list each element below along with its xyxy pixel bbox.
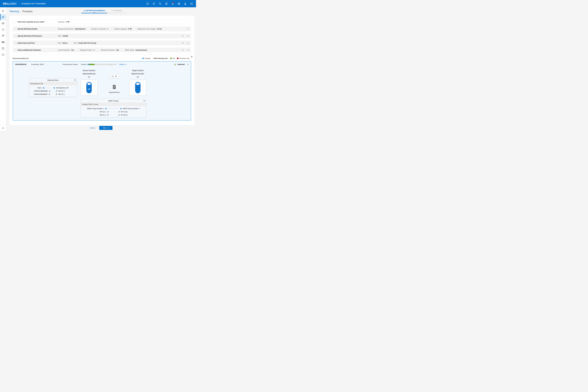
system-id: 000220200145 <box>15 64 26 65</box>
srdf-link-row: OR-1C:1 RF-1H:11 <box>81 111 146 113</box>
recommended-heading: Recommended (2) <box>13 57 28 60</box>
perf-bar-planned <box>89 64 94 65</box>
details-link[interactable]: Details <box>119 64 127 65</box>
selected-label: Selected <box>178 64 184 65</box>
step-row-workload-details[interactable]: Specify Workload Details Storage Group N… <box>13 26 191 31</box>
search-icon[interactable] <box>159 2 162 5</box>
content-panel: How much capacity do you need? Capacity:… <box>10 16 194 125</box>
collapse-srdf-groups-icon[interactable] <box>143 100 145 102</box>
svg-text:?: ? <box>191 3 192 4</box>
sidebar-item-system[interactable] <box>0 39 6 45</box>
link-chain-icon <box>118 114 120 116</box>
target-system-id: 000297321567 <box>125 73 151 75</box>
masking-topology-row: Host 1 Development_PG <box>29 87 77 89</box>
arrow-right-icon <box>115 76 117 77</box>
step-row-host-ports[interactable]: Select Host and Ports Host:Host 1 Port:C… <box>13 40 191 45</box>
help-icon[interactable]: ? <box>190 2 193 5</box>
target-volume-cylinder-icon <box>135 82 141 94</box>
sidebar-item-home[interactable] <box>0 8 6 14</box>
srdf-groups-title: SRDF Groups <box>108 100 119 102</box>
tab-inactive-underline <box>107 13 126 13</box>
sidebar-nav: ? <box>0 7 6 131</box>
chevron-down-icon[interactable] <box>187 35 189 36</box>
step-row-protection[interactable]: Add Local/Remote Protection Local Protec… <box>13 48 191 52</box>
tab-active-underline <box>81 13 107 13</box>
bullet-icon <box>16 22 16 22</box>
wizard-tabs: 1. Get Recommendations 2. Customize <box>81 10 126 13</box>
link-chain-icon <box>56 90 58 92</box>
bullet-icon <box>16 29 16 29</box>
impact-label: Performance Impact: <box>63 64 78 65</box>
step-row-capacity[interactable]: How much capacity do you need? Capacity:… <box>13 19 191 24</box>
source-volume-box: I/O <box>80 80 98 96</box>
source-system-id: 000220200145 <box>76 73 102 75</box>
close-icon[interactable] <box>182 35 184 37</box>
bullet-icon <box>16 50 16 50</box>
io-direction-button[interactable]: I/O <box>109 74 119 78</box>
perf-bar-marker <box>111 64 111 65</box>
masking-view-name: Development_MV <box>29 82 77 85</box>
node-dot <box>106 108 106 109</box>
sidebar-item-planning[interactable] <box>0 14 6 20</box>
source-system-block: Source System 000220200145 R1 <box>76 70 102 78</box>
next-button[interactable]: Next <box>99 126 112 130</box>
close-icon[interactable] <box>182 42 184 44</box>
srdf-groups-panel: SRDF Groups Untitled_SRDF_Group SRDF Gro… <box>80 99 146 118</box>
chevron-down-icon[interactable] <box>187 50 189 50</box>
collapse-masking-views-icon[interactable] <box>74 79 76 81</box>
sidebar-item-storage[interactable] <box>0 20 6 26</box>
sidebar-item-performance[interactable] <box>0 26 6 33</box>
legend-exceeds-swatch <box>177 58 178 59</box>
refresh-icon[interactable] <box>152 2 155 5</box>
srdf-group-name: Untitled_SRDF_Group <box>81 103 146 106</box>
collapse-card-icon[interactable] <box>187 64 189 65</box>
tab-customize[interactable]: 2. Customize <box>107 10 126 13</box>
recommended-section: Recommended (2) Existing With Planning J… <box>10 55 194 123</box>
node-dot <box>43 87 44 88</box>
target-volume-box <box>129 80 146 96</box>
bullet-icon <box>16 36 16 36</box>
selected-check-icon <box>174 64 176 65</box>
collapse-recommended-icon[interactable] <box>191 56 193 58</box>
app-title: Unisphere for PowerMax <box>21 2 46 5</box>
sidebar-expand-button[interactable] <box>0 125 6 131</box>
step-row-workload-performance[interactable]: Specify Workload Performance IOPs:50,000 <box>13 34 191 38</box>
node-connector <box>45 88 52 88</box>
sidebar-item-jobs[interactable] <box>0 45 6 52</box>
masking-link-row: 100000109b909bf7 OR-1C:1 <box>29 93 77 95</box>
cancel-button[interactable]: Cancel <box>90 127 95 129</box>
recommended-system-card[interactable]: 000220200145 PowerMax_8500 Performance I… <box>13 61 191 120</box>
chevron-down-icon[interactable] <box>187 42 189 44</box>
app-header: DELL EMC Unisphere for PowerMax ? <box>0 0 196 7</box>
brand-emc: EMC <box>10 2 17 6</box>
sidebar-item-support[interactable]: ? <box>0 52 6 58</box>
user-icon[interactable] <box>184 2 187 5</box>
masking-views-panel: Masking Views Development_MV Host 1 Deve… <box>29 78 77 97</box>
close-icon[interactable] <box>182 49 184 51</box>
chevron-down-icon <box>125 64 127 65</box>
system-model: PowerMax_8500 <box>31 64 44 65</box>
link-chain-icon <box>48 90 50 92</box>
tab-get-recommendations[interactable]: 1. Get Recommendations <box>81 10 107 13</box>
legend: Existing With Planning Job: OK Exceeds L… <box>140 58 189 59</box>
alerts-bell-icon[interactable] <box>171 2 174 5</box>
target-role: R2 <box>125 76 151 78</box>
overall-label: Overall <box>81 64 86 65</box>
node-dot <box>120 108 122 109</box>
source-volume-io-label: I/O <box>88 88 90 90</box>
masking-views-title: Masking Views <box>48 79 58 81</box>
masking-link-row: 100000109b909bf6 OR-1C:0 <box>29 90 77 92</box>
page-title: Provision <box>22 10 32 13</box>
sidebar-item-replication[interactable] <box>0 33 6 39</box>
info-icon[interactable] <box>146 2 149 5</box>
port-group-node-label: Development_PG <box>56 87 69 89</box>
job-list-icon[interactable] <box>165 2 168 5</box>
perf-bar-existing <box>88 64 89 65</box>
bullet-icon <box>16 43 16 43</box>
settings-gear-icon[interactable] <box>178 2 180 5</box>
breadcrumb-planning-link[interactable]: Planning <box>10 10 19 13</box>
node-dot <box>54 87 55 88</box>
dell-emc-logo: DELL EMC <box>3 2 17 6</box>
chevron-down-icon[interactable] <box>187 28 189 30</box>
link-chain-icon <box>48 93 50 95</box>
